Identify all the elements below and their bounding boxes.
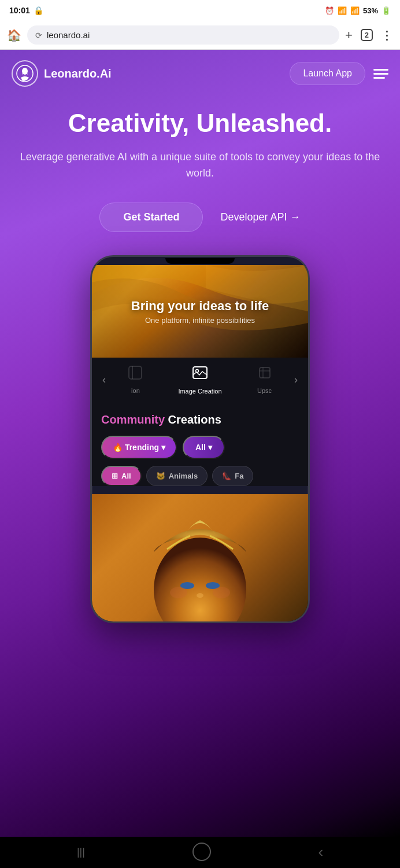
add-tab-button[interactable]: + bbox=[345, 28, 353, 43]
hero-subtitle: Leverage generative AI with a unique sui… bbox=[16, 149, 384, 182]
phone-header-subtitle: One platform, infinite possibilities bbox=[145, 316, 255, 325]
status-icons: ⏰ 📶 📶 53% 🔋 bbox=[325, 6, 391, 15]
phone-community-section: Community Creations 🔥 Trending ▾ All ▾ ⊞… bbox=[92, 402, 308, 486]
animals-tag-label: Animals bbox=[169, 472, 198, 480]
phone-nav-icon-center bbox=[192, 365, 208, 384]
url-text: leonardo.ai bbox=[47, 30, 90, 40]
logo: Leonardo.Ai bbox=[12, 60, 112, 87]
url-bar[interactable]: ⟳ leonardo.ai bbox=[27, 25, 339, 45]
phone-gallery bbox=[92, 494, 308, 621]
battery-text: 53% bbox=[363, 6, 378, 15]
bottom-nav-home[interactable] bbox=[192, 843, 211, 861]
menu-line-2 bbox=[373, 73, 388, 75]
alarm-icon: ⏰ bbox=[325, 6, 334, 15]
animals-tag-icon: 🐱 bbox=[156, 472, 165, 480]
phone-nav-item-center[interactable]: Image Creation bbox=[178, 365, 221, 395]
nav-right: Launch App bbox=[290, 62, 388, 85]
main-content: Leonardo.Ai Launch App Creativity, Unlea… bbox=[0, 50, 400, 837]
phone-icon-nav: ‹ ion bbox=[92, 358, 308, 402]
svg-point-12 bbox=[213, 587, 230, 598]
filter-tag-animals[interactable]: 🐱 Animals bbox=[146, 466, 208, 486]
battery-icon: 🔋 bbox=[382, 6, 391, 15]
browser-actions: + 2 ⋮ bbox=[345, 28, 393, 43]
site-nav: Leonardo.Ai Launch App bbox=[0, 50, 400, 97]
time: 10:01 bbox=[9, 6, 30, 15]
bottom-nav-menu[interactable]: ||| bbox=[77, 846, 85, 858]
menu-line-1 bbox=[373, 69, 388, 71]
hero-buttons: Get Started Developer API → bbox=[16, 203, 384, 232]
phone-mockup-container: Bring your ideas to life One platform, i… bbox=[0, 249, 400, 623]
phone-notch-bar bbox=[92, 257, 308, 265]
phone-nav-label-right: Upsc bbox=[257, 387, 272, 394]
menu-line-3 bbox=[373, 77, 385, 79]
phone-notch bbox=[165, 258, 235, 264]
svg-point-10 bbox=[197, 593, 203, 598]
fa-tag-label: Fa bbox=[235, 472, 243, 480]
more-options-button[interactable]: ⋮ bbox=[381, 28, 393, 42]
phone-nav-right-arrow[interactable]: › bbox=[290, 374, 302, 386]
phone-nav-left-arrow[interactable]: ‹ bbox=[98, 374, 110, 386]
browser-bar: 🏠 ⟳ leonardo.ai + 2 ⋮ bbox=[0, 21, 400, 50]
all-filter-button[interactable]: All ▾ bbox=[183, 436, 225, 459]
svg-rect-2 bbox=[129, 366, 142, 379]
phone-nav-items: ion Image Creation bbox=[110, 365, 290, 395]
community-title-pink: Community bbox=[101, 413, 165, 426]
signal-icon: 📶 bbox=[350, 6, 360, 15]
phone-mockup: Bring your ideas to life One platform, i… bbox=[90, 255, 310, 623]
lock-icon: 🔒 bbox=[34, 6, 43, 15]
community-title-white: Creations bbox=[168, 413, 221, 426]
all-tag-label: All bbox=[121, 472, 131, 480]
status-bar: 10:01 🔒 ⏰ 📶 📶 53% 🔋 bbox=[0, 0, 400, 21]
launch-app-button[interactable]: Launch App bbox=[290, 62, 365, 85]
svg-point-11 bbox=[170, 587, 187, 598]
filter-tag-all[interactable]: ⊞ All bbox=[101, 466, 142, 486]
wifi-icon: 📶 bbox=[338, 6, 347, 15]
filter-row-trending: 🔥 Trending ▾ All ▾ bbox=[101, 436, 299, 459]
community-title: Community Creations bbox=[101, 413, 299, 426]
phone-nav-label-center: Image Creation bbox=[178, 388, 221, 395]
phone-nav-label-left: ion bbox=[131, 387, 140, 394]
phone-nav-item-right[interactable]: Upsc bbox=[257, 365, 272, 394]
phone-nav-icon-right bbox=[257, 365, 272, 384]
url-scheme-icon: ⟳ bbox=[35, 31, 42, 40]
phone-nav-icon-left bbox=[128, 365, 143, 384]
all-tag-icon: ⊞ bbox=[112, 472, 118, 480]
logo-text: Leonardo.Ai bbox=[44, 67, 112, 80]
logo-icon bbox=[12, 60, 38, 87]
fa-tag-icon: 👠 bbox=[222, 472, 231, 480]
bottom-nav-back[interactable]: ‹ bbox=[318, 843, 323, 861]
phone-header-title: Bring your ideas to life bbox=[131, 299, 269, 314]
home-button[interactable]: 🏠 bbox=[7, 28, 21, 42]
hero-section: Creativity, Unleashed. Leverage generati… bbox=[0, 97, 400, 249]
menu-button[interactable] bbox=[373, 69, 388, 79]
bottom-nav: ||| ‹ bbox=[0, 837, 400, 867]
filter-row-tags: ⊞ All 🐱 Animals 👠 Fa bbox=[101, 466, 299, 486]
trending-filter-button[interactable]: 🔥 Trending ▾ bbox=[101, 436, 177, 459]
developer-api-link[interactable]: Developer API → bbox=[220, 211, 300, 223]
phone-header-image: Bring your ideas to life One platform, i… bbox=[92, 265, 308, 358]
phone-nav-item-left[interactable]: ion bbox=[128, 365, 143, 394]
hero-title: Creativity, Unleashed. bbox=[16, 109, 384, 138]
svg-rect-4 bbox=[193, 367, 207, 378]
svg-rect-6 bbox=[260, 367, 270, 378]
gallery-image bbox=[92, 494, 308, 621]
filter-tag-fa[interactable]: 👠 Fa bbox=[212, 466, 253, 486]
svg-point-7 bbox=[154, 538, 246, 621]
status-time-area: 10:01 🔒 bbox=[9, 6, 43, 15]
tab-count[interactable]: 2 bbox=[361, 29, 373, 41]
get-started-button[interactable]: Get Started bbox=[99, 203, 203, 232]
